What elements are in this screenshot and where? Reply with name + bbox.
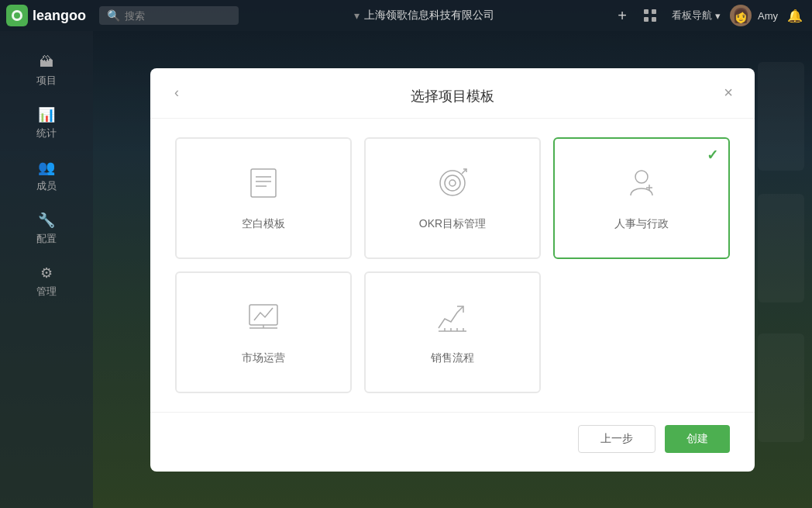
svg-rect-2	[644, 9, 649, 14]
search-icon: 🔍	[107, 9, 120, 22]
grid-button[interactable]	[638, 3, 662, 28]
blank-icon	[245, 164, 282, 206]
template-selection-modal: ‹ 选择项目模板 × ✓ 空白	[150, 68, 755, 472]
svg-point-10	[440, 171, 465, 195]
nav-arrow-icon: ▾	[715, 10, 721, 22]
sidebar-item-stats[interactable]: 📊 统计	[0, 98, 93, 148]
svg-line-13	[462, 169, 466, 174]
sidebar-label-members: 成员	[36, 179, 57, 193]
back-step-button[interactable]: 上一步	[578, 425, 655, 453]
market-icon	[245, 299, 282, 340]
sidebar: 🏔 项目 📊 统计 👥 成员 🔧 配置 ⚙ 管理	[0, 31, 93, 508]
back-button-icon[interactable]: ‹	[166, 82, 188, 104]
topbar-right: + 看板导航 ▾ 👩 Amy 🔔	[610, 3, 806, 28]
company-name: 上海领歌信息科技有限公司	[364, 9, 494, 22]
svg-point-11	[445, 175, 460, 191]
svg-rect-4	[644, 17, 649, 22]
svg-point-14	[635, 171, 648, 183]
topbar: leangoo 🔍 ▾ 上海领歌信息科技有限公司 + 看板导航 ▾ 👩 Amy …	[0, 0, 812, 31]
board-nav-button[interactable]: 看板导航 ▾	[666, 5, 727, 26]
svg-rect-3	[652, 9, 656, 14]
svg-rect-6	[251, 169, 276, 197]
logo[interactable]: leangoo	[6, 5, 99, 26]
search-input[interactable]	[125, 10, 225, 22]
main-area: ‹ 选择项目模板 × ✓ 空白	[93, 31, 812, 508]
blank-label: 空白模板	[242, 217, 285, 231]
okr-icon	[434, 164, 471, 206]
stats-icon: 📊	[38, 106, 55, 123]
sidebar-label-stats: 统计	[36, 126, 57, 140]
search-box[interactable]: 🔍	[99, 6, 239, 25]
members-icon: 👥	[38, 159, 55, 176]
sidebar-item-config[interactable]: 🔧 配置	[0, 204, 93, 254]
modal-footer: 上一步 创建	[150, 412, 755, 472]
svg-point-1	[14, 12, 20, 19]
hr-icon	[623, 164, 660, 206]
project-icon: 🏔	[40, 54, 53, 71]
logo-text: leangoo	[33, 8, 86, 24]
modal-body: ✓ 空白模板 ✓	[150, 119, 755, 412]
sidebar-item-manage[interactable]: ⚙ 管理	[0, 257, 93, 306]
create-button[interactable]: 创建	[665, 425, 730, 453]
logo-icon	[6, 5, 28, 26]
topbar-center: ▾ 上海领歌信息科技有限公司	[239, 9, 610, 22]
market-label: 市场运营	[242, 351, 285, 365]
sales-label: 销售流程	[431, 351, 474, 365]
sidebar-item-members[interactable]: 👥 成员	[0, 151, 93, 201]
username-label: Amy	[755, 10, 781, 22]
template-card-blank[interactable]: ✓ 空白模板	[175, 137, 352, 259]
dropdown-arrow: ▾	[354, 9, 360, 22]
template-card-market[interactable]: ✓ 市场运营	[175, 271, 352, 393]
sidebar-label-manage: 管理	[36, 285, 57, 299]
sidebar-label-project: 项目	[36, 74, 57, 88]
manage-icon: ⚙	[40, 264, 53, 282]
okr-label: OKR目标管理	[419, 217, 486, 231]
modal-overlay: ‹ 选择项目模板 × ✓ 空白	[93, 31, 812, 508]
notification-bell[interactable]: 🔔	[784, 5, 806, 26]
sidebar-label-config: 配置	[36, 232, 57, 246]
avatar[interactable]: 👩	[730, 5, 752, 26]
sidebar-item-project[interactable]: 🏔 项目	[0, 47, 93, 95]
template-card-okr[interactable]: ✓ OKR目标管理	[364, 137, 541, 259]
svg-point-12	[449, 180, 456, 186]
template-card-hr[interactable]: ✓ 人事与行政	[553, 137, 730, 259]
board-nav-label: 看板导航	[672, 9, 712, 22]
template-card-sales[interactable]: ✓ 销售流程	[364, 271, 541, 393]
add-button[interactable]: +	[610, 3, 635, 28]
modal-title: 选择项目模板	[169, 87, 736, 105]
sales-icon	[434, 299, 471, 340]
check-hr: ✓	[704, 147, 721, 164]
hr-label: 人事与行政	[614, 217, 669, 231]
config-icon: 🔧	[38, 212, 55, 229]
modal-header: ‹ 选择项目模板 ×	[150, 68, 755, 119]
close-button[interactable]: ×	[717, 82, 739, 104]
avatar-image: 👩	[732, 7, 749, 24]
svg-rect-5	[652, 17, 656, 22]
